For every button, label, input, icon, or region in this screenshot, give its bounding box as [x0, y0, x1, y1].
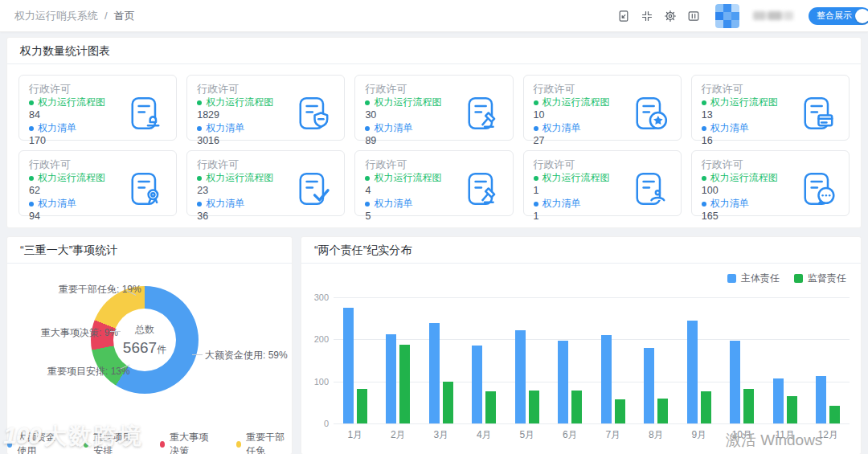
layout-columns-icon[interactable] — [687, 10, 700, 22]
breadcrumb-root[interactable]: 权力运行哨兵系统 — [14, 9, 98, 23]
power-cards-grid: 行政许可权力运行流程图84权力清单170行政许可权力运行流程图1829权力清单3… — [7, 64, 861, 227]
green-dot-icon — [702, 100, 706, 105]
permission-card[interactable]: 行政许可权力运行流程图23权力清单36 — [186, 150, 345, 216]
power-stats-title: 权力数量统计图表 — [7, 38, 861, 64]
bar-主体责任[interactable] — [429, 323, 440, 423]
toggle-label: 整合展示 — [817, 10, 852, 22]
flow-chart-label: 权力运行流程图 — [38, 96, 105, 108]
two-duties-title: “两个责任”纪实分布 — [301, 237, 861, 264]
donut-legend-item[interactable]: 重大事项决策 — [160, 431, 215, 454]
power-list-label: 权力清单 — [38, 122, 76, 134]
power-list-count: 170 — [29, 135, 166, 147]
main-content: 权力数量统计图表 行政许可权力运行流程图84权力清单170行政许可权力运行流程图… — [0, 32, 868, 454]
user-avatar[interactable] — [715, 4, 739, 28]
bar-监督责任[interactable] — [443, 382, 453, 423]
bar-group — [678, 297, 721, 423]
permission-card[interactable]: 行政许可权力运行流程图62权力清单94 — [18, 150, 177, 216]
bar-group — [721, 297, 764, 423]
bar-主体责任[interactable] — [730, 341, 740, 423]
bar-监督责任[interactable] — [829, 406, 840, 423]
donut-legend-item[interactable]: 重要项目安排 — [84, 431, 139, 454]
blue-dot-icon — [365, 126, 370, 131]
permission-card[interactable]: 行政许可权力运行流程图30权力清单89 — [354, 75, 513, 141]
three-major-title: “三重一大”事项统计 — [7, 237, 292, 264]
bar-主体责任[interactable] — [687, 321, 698, 423]
bar-监督责任[interactable] — [615, 399, 625, 423]
power-list-label: 权力清单 — [38, 198, 76, 210]
donut-center: 总数 5667件 — [113, 309, 176, 371]
bar-主体责任[interactable] — [472, 346, 482, 423]
bar-group — [463, 297, 506, 423]
bar-监督责任[interactable] — [657, 399, 668, 423]
flow-chart-label: 权力运行流程图 — [710, 96, 778, 108]
blue-dot-icon — [702, 202, 706, 207]
flow-chart-label: 权力运行流程图 — [374, 172, 441, 184]
export-document-icon[interactable] — [617, 10, 630, 22]
settings-gear-icon[interactable] — [664, 10, 677, 22]
x-tick-label: 5月 — [506, 428, 549, 442]
bar-主体责任[interactable] — [773, 378, 784, 423]
blue-dot-icon — [29, 126, 34, 131]
permission-card[interactable]: 行政许可权力运行流程图100权力清单165 — [691, 150, 850, 216]
toggle-knob-icon — [855, 9, 868, 23]
power-list-count: 5 — [365, 211, 502, 223]
green-dot-icon — [365, 100, 370, 105]
donut-label-funds: 大额资金使用: 59% — [205, 349, 288, 362]
donut-legend-item[interactable]: 大额资金使用 — [7, 431, 63, 454]
donut-legend-item[interactable]: 重要干部任免 — [236, 431, 292, 454]
legend-dot-icon — [236, 441, 241, 448]
bar-监督责任[interactable] — [571, 391, 582, 423]
bar-监督责任[interactable] — [529, 391, 539, 423]
green-dot-icon — [29, 176, 34, 181]
green-dot-icon — [534, 100, 538, 105]
user-name-blurred — [753, 11, 793, 20]
bar-监督责任[interactable] — [743, 389, 754, 423]
bar-监督责任[interactable] — [399, 345, 410, 423]
bar-主体责任[interactable] — [644, 348, 654, 423]
power-list-label: 权力清单 — [542, 122, 581, 134]
doc-card-icon — [800, 95, 837, 132]
permission-card[interactable]: 行政许可权力运行流程图13权力清单16 — [691, 75, 850, 141]
breadcrumb-current[interactable]: 首页 — [114, 9, 135, 23]
permission-card[interactable]: 行政许可权力运行流程图1829权力清单3016 — [186, 75, 345, 141]
bar-group — [506, 297, 549, 423]
blue-dot-icon — [197, 202, 202, 207]
permission-card[interactable]: 行政许可权力运行流程图4权力清单5 — [354, 150, 513, 216]
power-list-count: 89 — [365, 135, 502, 147]
permission-card[interactable]: 行政许可权力运行流程图84权力清单170 — [18, 75, 177, 141]
bar-监督责任[interactable] — [787, 396, 797, 423]
bar-监督责任[interactable] — [701, 391, 711, 423]
x-tick-label: 3月 — [420, 428, 463, 442]
bar-监督责任[interactable] — [357, 389, 367, 423]
doc-check-icon — [296, 170, 333, 207]
green-dot-icon — [702, 176, 706, 181]
donut-plot-area: 总数 5667件 重要干部任免: 19% 重大事项决策: 9% 重要项目安排: … — [7, 283, 292, 421]
bar-主体责任[interactable] — [515, 330, 526, 423]
fullscreen-icon[interactable] — [641, 10, 653, 22]
flow-chart-label: 权力运行流程图 — [710, 172, 778, 184]
y-tick-label: 0 — [324, 419, 329, 428]
integrated-display-toggle[interactable]: 整合展示 — [809, 7, 868, 25]
bar-监督责任[interactable] — [485, 391, 496, 423]
bar-legend-item[interactable]: 监督责任 — [794, 272, 846, 285]
bar-legend: 主体责任监督责任 — [309, 270, 850, 286]
bar-主体责任[interactable] — [601, 335, 612, 423]
legend-square-icon — [727, 274, 736, 283]
bar-主体责任[interactable] — [386, 334, 396, 423]
flow-chart-label: 权力运行流程图 — [374, 96, 441, 108]
bar-plot-zone: 3002001000 — [309, 297, 850, 423]
blue-dot-icon — [534, 126, 538, 131]
power-list-count: 165 — [702, 211, 839, 223]
bar-主体责任[interactable] — [558, 341, 568, 423]
flow-chart-label: 权力运行流程图 — [38, 172, 105, 184]
bar-group — [807, 297, 850, 423]
bar-主体责任[interactable] — [816, 376, 826, 423]
permission-card[interactable]: 行政许可权力运行流程图1权力清单1 — [523, 150, 682, 216]
permission-card[interactable]: 行政许可权力运行流程图10权力清单27 — [523, 75, 682, 141]
charts-row: “三重一大”事项统计 总数 5667件 重要干部任免: 19% 重大事项决策: … — [6, 236, 862, 454]
bar-legend-item[interactable]: 主体责任 — [727, 272, 780, 285]
donut-chart: 总数 5667件 重要干部任免: 19% 重大事项决策: 9% 重要项目安排: … — [7, 264, 292, 454]
green-dot-icon — [29, 100, 34, 105]
bar-group — [764, 297, 807, 423]
bar-主体责任[interactable] — [343, 308, 354, 423]
